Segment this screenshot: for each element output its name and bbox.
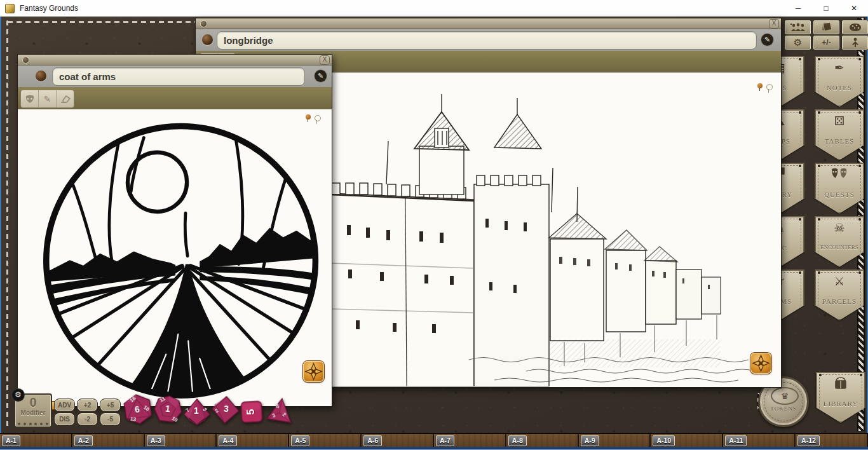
- quill-ink-icon: ✒: [815, 61, 864, 75]
- orange-pin-icon[interactable]: [757, 83, 763, 88]
- d6-die[interactable]: 5: [240, 400, 263, 423]
- sidebar-banner-encounters[interactable]: ☠ ENCOUNTERS: [815, 216, 864, 267]
- leather-stitching-left: [6, 20, 8, 428]
- gear-icon: ⚙: [794, 37, 802, 48]
- radial-flower-icon: [303, 361, 324, 382]
- adv-button[interactable]: ADV: [54, 399, 75, 412]
- tab-a4[interactable]: A-4: [219, 435, 237, 446]
- dice-bag-button[interactable]: [813, 20, 840, 35]
- dice-bag-icon: [821, 22, 832, 32]
- plus-minus-icon: +/-: [822, 38, 831, 47]
- screw-icon: [22, 57, 29, 64]
- hotkey-cell[interactable]: A-3: [145, 434, 217, 447]
- hotkey-cell[interactable]: A-4: [217, 434, 289, 447]
- tab-a1[interactable]: A-1: [2, 435, 20, 446]
- hotkey-cell[interactable]: A-6: [362, 434, 434, 447]
- tab-a12[interactable]: A-12: [797, 435, 820, 446]
- hotkey-cell[interactable]: A-8: [506, 434, 579, 447]
- draw-tool-icon[interactable]: ✎: [39, 90, 57, 107]
- plus5-button[interactable]: +5: [100, 399, 121, 412]
- minimize-button[interactable]: ─: [784, 0, 812, 17]
- app-icon: [5, 4, 15, 13]
- os-titlebar: Fantasy Grounds ─ □ ✕: [0, 0, 868, 17]
- window-knob-icon[interactable]: [202, 34, 213, 45]
- hotkey-cell[interactable]: A-12: [796, 434, 868, 447]
- tab-a11[interactable]: A-11: [725, 435, 747, 446]
- dis-button[interactable]: DIS: [54, 412, 75, 426]
- sidebar-banner-quests[interactable]: QUESTS: [815, 163, 864, 214]
- longbridge-grab-bar[interactable]: X: [196, 18, 781, 29]
- tab-a10[interactable]: A-10: [653, 435, 675, 446]
- coat-of-arms-emblem: [18, 109, 330, 406]
- mask-tool-icon[interactable]: [21, 90, 39, 107]
- palette-icon: [849, 23, 862, 32]
- modifiers-button[interactable]: +/-: [813, 35, 840, 50]
- hotkey-cell[interactable]: A-11: [723, 434, 796, 447]
- hotkey-cell[interactable]: A-1: [0, 434, 72, 447]
- party-icon: [790, 23, 806, 32]
- longbridge-close-button[interactable]: X: [769, 19, 779, 29]
- crown-icon: ♛: [781, 391, 789, 401]
- coat-grab-bar[interactable]: X: [18, 55, 332, 65]
- theater-masks-icon: [815, 168, 864, 184]
- tab-a9[interactable]: A-9: [581, 435, 599, 446]
- outline-pin-icon[interactable]: [766, 84, 773, 90]
- modifier-gear-icon[interactable]: ⚙: [12, 389, 24, 401]
- longbridge-radial-menu-button[interactable]: [750, 353, 771, 374]
- sidebar-banner-library[interactable]: LIBRARY: [816, 372, 865, 423]
- minus2-button[interactable]: -2: [77, 412, 98, 426]
- window-knob-icon[interactable]: [36, 71, 46, 81]
- tab-a6[interactable]: A-6: [363, 435, 382, 446]
- tab-a3[interactable]: A-3: [147, 435, 165, 446]
- hotkey-cell[interactable]: A-7: [434, 434, 506, 447]
- outline-pin-icon[interactable]: [315, 115, 321, 121]
- coat-title-input[interactable]: coat of arms: [52, 67, 305, 86]
- sidebar-banner-tables[interactable]: ⚄ TABLES: [815, 109, 864, 160]
- erase-tool-icon[interactable]: [57, 90, 74, 107]
- d10-die[interactable]: 1 7 3: [184, 399, 210, 425]
- coat-toolgroup: ✎: [20, 90, 74, 108]
- window-title: Fantasy Grounds: [20, 4, 78, 13]
- tab-a2[interactable]: A-2: [74, 435, 93, 446]
- longbridge-title-input[interactable]: longbridge: [217, 31, 757, 50]
- tab-a7[interactable]: A-7: [436, 435, 454, 446]
- character-select-button[interactable]: [841, 35, 868, 50]
- modifier-label: Modifier: [15, 410, 51, 416]
- coat-radial-menu-button[interactable]: [303, 361, 324, 382]
- screw-icon: [200, 20, 207, 27]
- maximize-button[interactable]: □: [812, 0, 840, 17]
- d12-die[interactable]: 1 11 10: [153, 394, 184, 425]
- hotkey-tab-bar: A-1 A-2 A-3 A-4 A-5 A-6 A-7 A-8 A-9 A-10…: [0, 433, 868, 447]
- hotkey-cell[interactable]: A-2: [72, 434, 145, 447]
- sword-gems-icon: ⚔: [815, 275, 864, 289]
- tab-a5[interactable]: A-5: [291, 435, 309, 446]
- hotkey-cell[interactable]: A-9: [579, 434, 651, 447]
- palette-button[interactable]: [841, 20, 868, 35]
- desktop: ⚙ +/- ▤ PCS ⛰ MAPS ▞ STORY ♞ NPC: [0, 17, 868, 447]
- close-button[interactable]: ✕: [840, 0, 868, 17]
- fantasy-grounds-app: Fantasy Grounds ─ □ ✕ ⚙ +/- ▤ P: [0, 0, 868, 450]
- sidebar-banner-notes[interactable]: ✒ NOTES: [815, 56, 864, 107]
- party-sheet-button[interactable]: [784, 20, 811, 35]
- d4-die[interactable]: 4 2 3: [265, 395, 295, 426]
- orange-pin-icon[interactable]: [306, 114, 311, 119]
- plus2-button[interactable]: +2: [77, 399, 98, 412]
- hotkey-cell[interactable]: A-10: [651, 434, 723, 447]
- coat-close-button[interactable]: X: [320, 55, 330, 65]
- coat-toolbar: ✎: [18, 87, 332, 110]
- tab-a8[interactable]: A-8: [508, 435, 527, 446]
- minus5-button[interactable]: -5: [100, 412, 121, 426]
- longbridge-header: longbridge ✎: [196, 29, 781, 51]
- sidebar-banner-parcels[interactable]: ⚔ PARCELS: [815, 269, 864, 320]
- d20-die[interactable]: 6 16 10 13: [121, 392, 155, 426]
- edit-pen-icon[interactable]: ✎: [315, 70, 327, 82]
- hotkey-cell[interactable]: A-5: [289, 434, 362, 447]
- edit-pen-icon[interactable]: ✎: [761, 34, 773, 46]
- horned-skull-icon: ☠: [815, 221, 864, 235]
- coat-header: coat of arms ✎: [18, 65, 332, 88]
- radial-flower-icon: [750, 353, 771, 374]
- options-button[interactable]: ⚙: [784, 35, 811, 50]
- book-icon: [816, 377, 865, 394]
- coat-image[interactable]: [18, 109, 332, 406]
- d8-die[interactable]: 3 2: [211, 395, 241, 425]
